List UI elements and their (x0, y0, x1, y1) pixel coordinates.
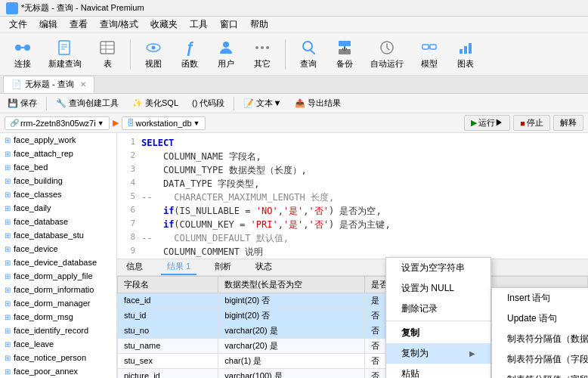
table-small-icon: ⊞ (5, 177, 11, 185)
toolbar-view[interactable]: 视图 (137, 36, 170, 73)
toolbar-backup[interactable]: 备份 (328, 36, 361, 73)
toolbar-autorun-label: 自动运行 (370, 58, 404, 70)
sidebar-item-face-classes[interactable]: ⊞ face_classes (0, 187, 116, 201)
explain-button[interactable]: 解释 (553, 115, 583, 131)
sidebar-item-face-database-stu[interactable]: ⊞ face_database_stu (0, 228, 116, 242)
sub-tab-data[interactable]: 制表符分隔值（数据） (492, 329, 588, 349)
stop-icon: ■ (520, 119, 525, 128)
table-small-icon: ⊞ (5, 259, 11, 267)
arrow-right-icon: ▶ (113, 118, 119, 128)
toolbar-connect[interactable]: 连接 (6, 36, 39, 73)
sidebar-item-face-device-db[interactable]: ⊞ face_device_database (0, 256, 116, 269)
toolbar-function[interactable]: ƒ 函数 (173, 36, 206, 73)
sidebar-item-face-device[interactable]: ⊞ face_device (0, 242, 116, 256)
cm-paste[interactable]: 粘贴 (386, 364, 491, 378)
export-result-button[interactable]: 📤 导出结果 (290, 96, 345, 110)
code-block-button[interactable]: () 代码段 (187, 96, 229, 110)
menu-favorites[interactable]: 收藏夹 (144, 17, 184, 33)
toolbar-autorun[interactable]: 自动运行 (364, 36, 410, 73)
database-dropdown-icon: ▼ (193, 119, 200, 127)
toolbar-new-query[interactable]: 新建查询 (42, 36, 88, 73)
sql-line-8: 8 -- COLUMN_DEFAULT 默认值, (120, 231, 585, 245)
connection-selector[interactable]: 🔗 rrm-2zetn83n05wz7i ▼ (5, 116, 110, 130)
submenu-arrow: ▶ (469, 349, 475, 358)
text-mode-button[interactable]: 📝 文本▼ (239, 96, 286, 110)
toolbar-chart[interactable]: 图表 (449, 36, 482, 73)
tab-info[interactable]: 信息 (120, 259, 149, 275)
sql-line-3: 3 COLUMN_TYPE 数据类型（长度）, (120, 163, 585, 177)
toolbar-query[interactable]: 查询 (292, 36, 325, 73)
sidebar-item-face-dorm-apply[interactable]: ⊞ face_dorm_apply_file (0, 269, 116, 283)
sidebar-item-face-bed[interactable]: ⊞ face_bed (0, 160, 116, 174)
sidebar-item-face-dorm-info[interactable]: ⊞ face_dorm_informatio (0, 283, 116, 296)
sidebar-item-face-leave[interactable]: ⊞ face_leave (0, 337, 116, 351)
query-builder-icon: 🔧 (56, 98, 67, 108)
sidebar-item-face-database[interactable]: ⊞ face_database (0, 215, 116, 228)
sidebar-item-face-apply-work[interactable]: ⊞ face_apply_work (0, 133, 116, 147)
text-icon: 📝 (243, 98, 254, 108)
toolbar-table[interactable]: 表 (91, 36, 124, 73)
toolbar-sep-1 (130, 39, 131, 70)
query-tab[interactable]: 📄 无标题 - 查询 ✕ (3, 76, 94, 93)
menu-view[interactable]: 查看 (63, 17, 94, 33)
table-small-icon: ⊞ (5, 299, 11, 308)
table-small-icon: ⊞ (5, 231, 11, 240)
sql-editor[interactable]: 1 SELECT 2 COLUMN_NAME 字段名, 3 COLUMN_TYP… (117, 133, 588, 259)
sub-context-menu: Insert 语句 Update 语句 制表符分隔值（数据） 制表符分隔值（字段… (491, 287, 588, 378)
menu-query[interactable]: 查询/格式 (94, 17, 144, 33)
run-button[interactable]: ▶ 运行▶ (464, 115, 510, 131)
cm-copy-as[interactable]: 复制为 ▶ (386, 343, 491, 364)
sidebar-item-face-identify[interactable]: ⊞ face_identify_record (0, 324, 116, 337)
function-icon: ƒ (181, 39, 199, 57)
save-button[interactable]: 💾 保存 (3, 96, 42, 110)
table-cell: face_id (118, 293, 218, 308)
database-selector[interactable]: 🗄 workstation_db ▼ (122, 116, 206, 130)
table-small-icon: ⊞ (5, 340, 11, 349)
sidebar-item-face-daily[interactable]: ⊞ face_daily (0, 201, 116, 215)
stop-button[interactable]: ■ 停止 (513, 115, 550, 131)
sidebar-item-face-attach-rep[interactable]: ⊞ face_attach_rep (0, 147, 116, 160)
save-icon: 💾 (8, 98, 18, 108)
cm-delete-record[interactable]: 删除记录 (386, 299, 491, 319)
sidebar-item-face-building[interactable]: ⊞ face_building (0, 174, 116, 187)
toolbar-chart-label: 图表 (457, 58, 474, 70)
tab-profiling[interactable]: 剖析 (209, 259, 237, 275)
menu-window[interactable]: 窗口 (214, 17, 244, 33)
connect-icon (14, 39, 32, 57)
backup-icon (336, 39, 354, 57)
cm-copy[interactable]: 复制 (386, 323, 491, 343)
toolbar-query-label: 查询 (300, 58, 317, 70)
menu-file[interactable]: 文件 (3, 17, 33, 33)
tab-result1[interactable]: 结果 1 (161, 259, 197, 275)
sub-insert-stmt[interactable]: Insert 语句 (492, 288, 588, 308)
sub-tab-both[interactable]: 制表符分隔值（字段名和数据） (492, 370, 588, 378)
sql-line-4: 4 DATA_TYPE 字段类型, (120, 177, 585, 191)
query-builder-button[interactable]: 🔧 查询创建工具 (51, 96, 123, 110)
toolbar-other[interactable]: 其它 (246, 36, 279, 73)
sidebar-item-face-dorm-manager[interactable]: ⊞ face_dorm_manager (0, 296, 116, 310)
run-label: 运行▶ (478, 117, 503, 129)
toolbar-user[interactable]: 用户 (209, 36, 243, 73)
toolbar-model[interactable]: 模型 (413, 36, 446, 73)
tab-bar: 📄 无标题 - 查询 ✕ (0, 76, 588, 94)
tab-close-icon[interactable]: ✕ (80, 80, 86, 88)
sub-update-stmt[interactable]: Update 语句 (492, 308, 588, 329)
svg-rect-27 (464, 46, 467, 54)
toolbar-new-query-label: 新建查询 (48, 58, 82, 70)
sub-tab-fields[interactable]: 制表符分隔值（字段名） (492, 349, 588, 370)
svg-rect-3 (59, 41, 70, 54)
menu-help[interactable]: 帮助 (244, 17, 274, 33)
sidebar-item-face-poor-annex[interactable]: ⊞ face_poor_annex (0, 364, 116, 378)
menu-tools[interactable]: 工具 (184, 17, 214, 33)
cm-set-null[interactable]: 设置为 NULL (386, 278, 491, 299)
cm-set-empty-string[interactable]: 设置为空字符串 (386, 258, 491, 278)
table-cell: char(1) 是 (218, 353, 365, 368)
table-cell: stu_name (118, 338, 218, 353)
beautify-sql-button[interactable]: ✨ 美化SQL (128, 96, 183, 110)
sidebar-item-face-dorm-msg[interactable]: ⊞ face_dorm_msg (0, 310, 116, 324)
menu-edit[interactable]: 编辑 (33, 17, 63, 33)
table-small-icon: ⊞ (5, 313, 11, 321)
toolbar-table-label: 表 (104, 58, 112, 70)
sidebar-item-face-notice[interactable]: ⊞ face_notice_person (0, 351, 116, 364)
tab-status[interactable]: 状态 (249, 259, 278, 275)
